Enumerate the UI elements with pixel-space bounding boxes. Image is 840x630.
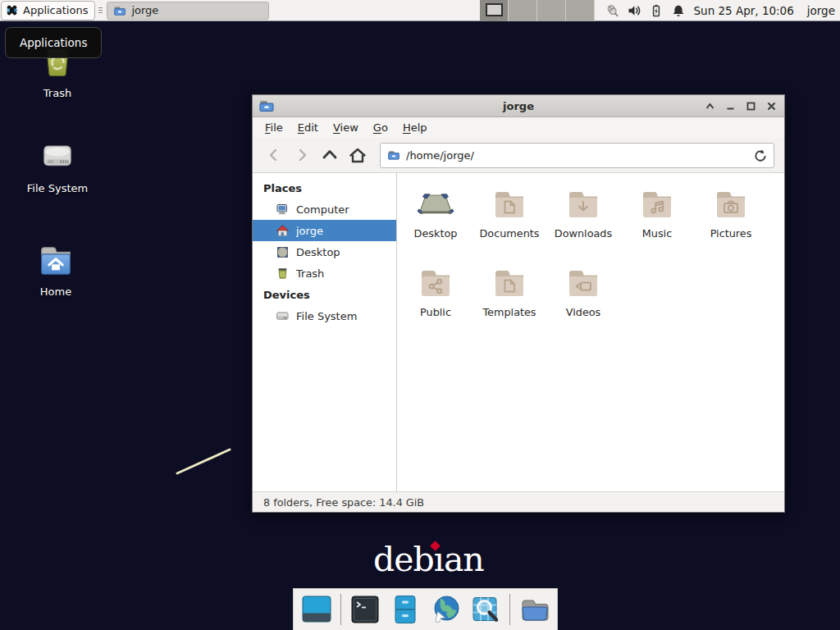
desktop-icon-label: Home xyxy=(40,285,71,298)
desktop-icon-label: Trash xyxy=(43,87,71,99)
menu-file[interactable]: File xyxy=(258,119,290,136)
file-item-templates[interactable]: Templates xyxy=(472,263,546,342)
panel-username[interactable]: jorge xyxy=(807,4,835,17)
reload-icon[interactable] xyxy=(753,148,767,162)
system-tray xyxy=(605,3,686,18)
file-item-label: Public xyxy=(420,306,451,318)
debian-logo: debıan xyxy=(373,540,484,579)
status-bar: 8 folders, Free space: 14.4 GiB xyxy=(253,491,784,512)
file-item-label: Videos xyxy=(566,306,601,318)
battery-icon[interactable] xyxy=(649,3,664,18)
sidebar-header-places: Places xyxy=(253,177,396,199)
taskbar-window-button[interactable]: jorge xyxy=(107,2,269,20)
applications-menu-button[interactable]: Applications xyxy=(1,1,95,21)
file-item-music[interactable]: Music xyxy=(620,185,694,263)
sidebar-item-computer[interactable]: Computer xyxy=(253,199,396,220)
close-button[interactable] xyxy=(766,101,777,112)
file-item-downloads[interactable]: Downloads xyxy=(546,185,620,263)
window-title: jorge xyxy=(503,100,534,112)
path-folder-icon xyxy=(387,148,400,162)
shade-button[interactable] xyxy=(705,101,715,112)
bottom-dock xyxy=(293,588,558,630)
file-item-pictures[interactable]: Pictures xyxy=(694,185,768,263)
dock-file-manager-button[interactable] xyxy=(389,593,422,626)
file-item-label: Desktop xyxy=(414,227,458,240)
workspace-4[interactable] xyxy=(566,0,595,21)
sidebar-header-devices: Devices xyxy=(253,284,396,305)
taskbar-window-label: jorge xyxy=(131,4,158,16)
drive-icon xyxy=(36,136,79,179)
folder-icon xyxy=(113,4,126,17)
dock-web-browser-button[interactable] xyxy=(429,593,462,626)
menu-help[interactable]: Help xyxy=(395,119,435,136)
dock-terminal-button[interactable] xyxy=(349,593,381,626)
sidebar-item-jorge[interactable]: jorge xyxy=(253,220,396,241)
forward-button[interactable] xyxy=(290,144,313,167)
file-item-label: Music xyxy=(642,227,672,240)
home-button[interactable] xyxy=(346,144,369,167)
mouse-settings-icon[interactable] xyxy=(605,3,619,18)
top-panel: Applications jorge Sun 25 Apr, 10:06 jor… xyxy=(0,0,840,21)
menu-go[interactable]: Go xyxy=(366,119,395,136)
file-view[interactable]: DesktopDocumentsDownloadsMusicPicturesPu… xyxy=(397,173,784,491)
back-button[interactable] xyxy=(262,144,285,167)
up-button[interactable] xyxy=(318,144,341,167)
file-item-label: Downloads xyxy=(555,227,612,240)
dock-show-desktop-button[interactable] xyxy=(300,593,333,626)
volume-icon[interactable] xyxy=(627,3,641,18)
panel-handle[interactable] xyxy=(97,3,103,18)
sidebar-item-trash[interactable]: Trash xyxy=(253,262,396,284)
dock-separator xyxy=(509,594,510,625)
workspace-2[interactable] xyxy=(509,0,537,21)
maximize-button[interactable] xyxy=(746,101,756,112)
window-titlebar[interactable]: jorge xyxy=(253,95,784,117)
sidebar-item-file-system[interactable]: File System xyxy=(253,305,396,326)
workspace-3[interactable] xyxy=(537,0,566,21)
dock-app-finder-button[interactable] xyxy=(469,593,502,626)
desktop-icon-file-system[interactable]: File System xyxy=(18,136,97,194)
dock-separator xyxy=(340,594,341,625)
file-item-desktop[interactable]: Desktop xyxy=(399,185,472,263)
path-input[interactable]: /home/jorge/ xyxy=(406,149,747,162)
xfce-menu-icon xyxy=(5,3,19,17)
sidebar-item-desktop[interactable]: Desktop xyxy=(253,241,396,262)
file-item-label: Pictures xyxy=(710,227,752,240)
file-item-public[interactable]: Public xyxy=(399,263,472,342)
path-bar[interactable]: /home/jorge/ xyxy=(380,143,774,168)
file-item-videos[interactable]: Videos xyxy=(546,263,620,342)
desktop-icon-label: File System xyxy=(27,182,88,194)
panel-clock[interactable]: Sun 25 Apr, 10:06 xyxy=(694,4,794,17)
file-item-label: Templates xyxy=(482,306,536,318)
sidebar: Places ComputerjorgeDesktopTrash Devices… xyxy=(253,173,397,491)
notifications-bell-icon[interactable] xyxy=(671,3,686,18)
file-manager-window: jorge FileEditViewGoHelp xyxy=(252,94,785,513)
dock-folder-button[interactable] xyxy=(518,593,550,626)
applications-menu-label: Applications xyxy=(23,4,88,16)
status-text: 8 folders, Free space: 14.4 GiB xyxy=(263,496,424,509)
minimize-button[interactable] xyxy=(725,101,736,112)
window-folder-icon xyxy=(258,98,275,114)
workspace-switcher[interactable] xyxy=(480,0,595,21)
home-folder-icon xyxy=(34,240,77,282)
workspace-1[interactable] xyxy=(480,0,509,21)
applications-tooltip: Applications xyxy=(5,27,102,58)
toolbar: /home/jorge/ xyxy=(253,138,784,173)
desktop-icon-home[interactable]: Home xyxy=(16,240,95,298)
menu-edit[interactable]: Edit xyxy=(290,119,326,136)
file-item-documents[interactable]: Documents xyxy=(472,185,546,263)
tooltip-text: Applications xyxy=(20,36,87,49)
file-item-label: Documents xyxy=(480,227,540,240)
menu-bar: FileEditViewGoHelp xyxy=(253,117,784,138)
menu-view[interactable]: View xyxy=(326,119,366,136)
